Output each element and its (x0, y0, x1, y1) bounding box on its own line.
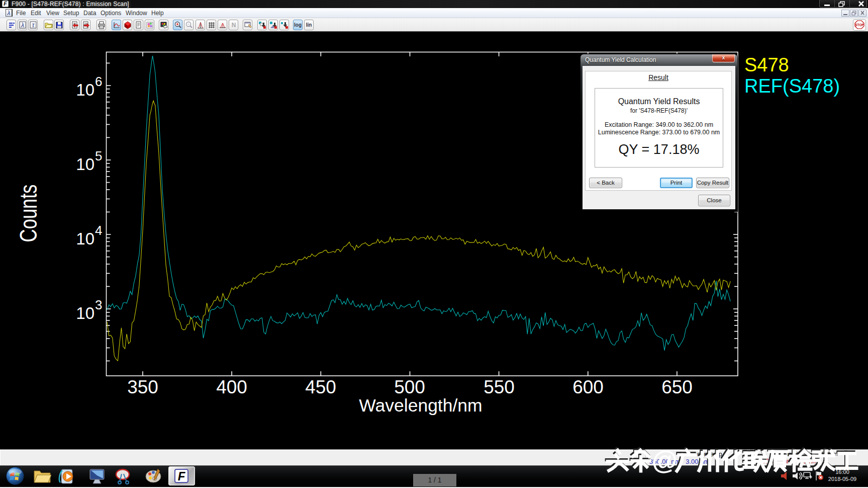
svg-text:@: @ (652, 445, 678, 474)
